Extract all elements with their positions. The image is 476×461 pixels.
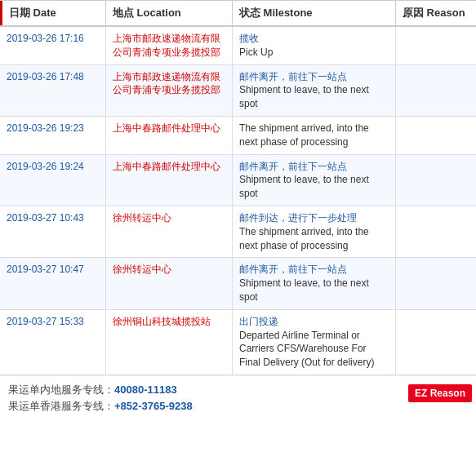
status-en: Shipment to leave, to the next spot — [239, 277, 389, 304]
cell-status: 邮件离开，前往下一站点Shipment to leave, to the nex… — [233, 258, 396, 308]
footer-line-1: 果运单内地服务专线：40080-11183 — [8, 383, 468, 397]
status-en: Departed Airline Terminal or Carriers CF… — [239, 329, 389, 370]
cell-date: 2019-03-26 19:23 — [0, 117, 106, 154]
status-en: The shipment arrived, into the next phas… — [239, 225, 389, 253]
cell-date: 2019-03-27 10:43 — [0, 206, 106, 257]
cell-reason — [396, 258, 476, 308]
footer-label-2: 果运单香港服务专线： — [8, 400, 114, 412]
footer-label-1: 果运单内地服务专线： — [8, 383, 114, 396]
cell-reason — [396, 310, 476, 375]
table-header: 日期 Date 地点 Location 状态 Milestone 原因 Reas… — [0, 0, 476, 27]
cell-status: 揽收Pick Up — [233, 27, 396, 64]
status-zh: 出门投递 — [239, 315, 389, 329]
table-body: 2019-03-26 17:16上海市邮政速递物流有限公司青浦专项业务揽投部揽收… — [0, 27, 476, 375]
cell-reason — [396, 206, 476, 257]
status-zh: 揽收 — [239, 32, 389, 46]
cell-location: 徐州转运中心 — [106, 258, 233, 308]
header-date: 日期 Date — [0, 1, 106, 25]
cell-date: 2019-03-27 15:33 — [0, 310, 106, 375]
cell-date: 2019-03-27 10:47 — [0, 258, 106, 308]
cell-location: 徐州转运中心 — [106, 206, 233, 257]
table-row: 2019-03-26 19:23上海中春路邮件处理中心The shipment … — [0, 117, 476, 155]
status-zh: 邮件离开，前往下一站点 — [239, 70, 389, 84]
header-location: 地点 Location — [106, 1, 233, 25]
cell-reason — [396, 65, 476, 116]
footer-line-2: 果运单香港服务专线：+852-3765-9238 — [8, 399, 468, 414]
cell-status: 邮件到达，进行下一步处理The shipment arrived, into t… — [233, 206, 396, 257]
cell-location: 上海市邮政速递物流有限公司青浦专项业务揽投部 — [106, 65, 233, 116]
table-row: 2019-03-27 15:33徐州铜山科技城揽投站出门投递Departed A… — [0, 310, 476, 375]
table-row: 2019-03-26 17:16上海市邮政速递物流有限公司青浦专项业务揽投部揽收… — [0, 27, 476, 65]
cell-status: 邮件离开，前往下一站点Shipment to leave, to the nex… — [233, 155, 396, 206]
cell-status: The shipment arrived, into the next phas… — [233, 117, 396, 154]
header-status: 状态 Milestone — [233, 1, 396, 25]
table-row: 2019-03-27 10:47徐州转运中心邮件离开，前往下一站点Shipmen… — [0, 258, 476, 309]
status-en: The shipment arrived, into the next phas… — [239, 122, 389, 149]
status-zh: 邮件离开，前往下一站点 — [239, 160, 389, 174]
footer: 果运单内地服务专线：40080-11183 果运单香港服务专线：+852-376… — [0, 375, 476, 422]
cell-location: 上海中春路邮件处理中心 — [106, 155, 233, 206]
status-en: Shipment to leave, to the next spot — [239, 83, 389, 111]
cell-location: 上海中春路邮件处理中心 — [106, 117, 233, 154]
cell-location: 上海市邮政速递物流有限公司青浦专项业务揽投部 — [106, 27, 233, 64]
header-reason: 原因 Reason — [396, 1, 476, 25]
status-en: Shipment to leave, to the next spot — [239, 173, 389, 201]
cell-date: 2019-03-26 19:24 — [0, 155, 106, 206]
cell-status: 出门投递Departed Airline Terminal or Carrier… — [233, 310, 396, 375]
cell-reason — [396, 155, 476, 206]
footer-number-2: +852-3765-9238 — [114, 400, 193, 412]
tracking-table-container: 日期 Date 地点 Location 状态 Milestone 原因 Reas… — [0, 0, 476, 422]
cell-date: 2019-03-26 17:48 — [0, 65, 106, 116]
table-row: 2019-03-26 19:24上海中春路邮件处理中心邮件离开，前往下一站点Sh… — [0, 155, 476, 206]
status-en: Pick Up — [239, 46, 389, 60]
cell-reason — [396, 27, 476, 64]
cell-location: 徐州铜山科技城揽投站 — [106, 310, 233, 375]
table-row: 2019-03-26 17:48上海市邮政速递物流有限公司青浦专项业务揽投部邮件… — [0, 65, 476, 117]
footer-number-1: 40080-11183 — [114, 383, 177, 396]
ez-reason-badge[interactable]: EZ Reason — [408, 384, 472, 402]
table-row: 2019-03-27 10:43徐州转运中心邮件到达，进行下一步处理The sh… — [0, 206, 476, 258]
cell-reason — [396, 117, 476, 154]
cell-date: 2019-03-26 17:16 — [0, 27, 106, 64]
status-zh: 邮件离开，前往下一站点 — [239, 263, 389, 277]
status-zh: 邮件到达，进行下一步处理 — [239, 211, 389, 225]
cell-status: 邮件离开，前往下一站点Shipment to leave, to the nex… — [233, 65, 396, 116]
